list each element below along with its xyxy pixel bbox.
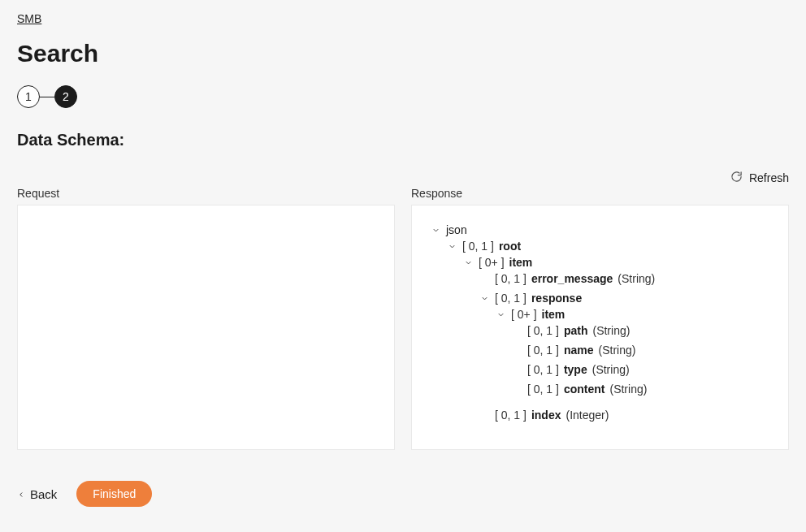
tree-node-name: path xyxy=(564,324,588,337)
step-1[interactable]: 1 xyxy=(17,85,40,108)
tree-node-cardinality: [ 0+ ] xyxy=(511,308,537,321)
tree-node-type: (String) xyxy=(592,324,630,337)
response-panel: Response json xyxy=(411,187,789,450)
chevron-left-icon xyxy=(17,487,25,501)
chevron-down-icon[interactable] xyxy=(462,257,474,268)
breadcrumb-link-smb[interactable]: SMB xyxy=(17,12,41,25)
tree-node-name: name xyxy=(564,344,594,357)
tree-node-cardinality: [ 0, 1 ] xyxy=(462,240,494,253)
tree-node-cardinality: [ 0, 1 ] xyxy=(495,409,526,422)
tree-node-cardinality: [ 0, 1 ] xyxy=(495,292,526,305)
refresh-icon xyxy=(730,171,743,185)
tree-node-type: (String) xyxy=(599,344,636,357)
tree-node-name: index xyxy=(531,409,561,422)
tree-node-type: (String) xyxy=(592,363,630,376)
tree-node-index[interactable]: [ 0, 1 ] index (Integer) xyxy=(479,409,780,422)
tree-node-name: item xyxy=(509,256,533,269)
tree-node-error-message[interactable]: [ 0, 1 ] error_message (String) xyxy=(479,272,780,285)
tree-node-cardinality: [ 0, 1 ] xyxy=(495,272,526,285)
refresh-label: Refresh xyxy=(749,171,789,184)
request-label: Request xyxy=(17,187,395,200)
breadcrumb: SMB xyxy=(17,12,789,25)
tree-node-content[interactable]: [ 0, 1 ] content (String) xyxy=(511,383,780,396)
tree-node-cardinality: [ 0, 1 ] xyxy=(527,383,559,396)
tree-node-item[interactable]: [ 0+ ] item xyxy=(462,256,780,269)
response-body[interactable]: json [ 0, 1 ] root xyxy=(411,205,789,450)
request-body[interactable] xyxy=(17,205,395,450)
response-label: Response xyxy=(411,187,789,200)
chevron-down-icon[interactable] xyxy=(495,309,506,320)
tree-node-type: (String) xyxy=(618,272,655,285)
chevron-down-icon[interactable] xyxy=(479,292,490,304)
step-2[interactable]: 2 xyxy=(54,85,77,108)
tree-node-name: content xyxy=(564,383,605,396)
tree-node-path[interactable]: [ 0, 1 ] path (String) xyxy=(511,324,780,337)
stepper: 1 2 xyxy=(17,85,789,108)
section-title: Data Schema: xyxy=(17,131,789,149)
chevron-down-icon[interactable] xyxy=(446,240,457,252)
back-label: Back xyxy=(30,487,57,501)
tree-node-cardinality: [ 0+ ] xyxy=(479,256,505,269)
tree-node-name: root xyxy=(499,240,521,253)
refresh-button[interactable]: Refresh xyxy=(17,171,789,185)
finished-button[interactable]: Finished xyxy=(76,481,152,507)
tree-node-item-2[interactable]: [ 0+ ] item xyxy=(495,308,780,321)
tree-node-json[interactable]: json xyxy=(430,223,780,236)
tree-node-name-field[interactable]: [ 0, 1 ] name (String) xyxy=(511,344,780,357)
tree-node-name: response xyxy=(531,292,582,305)
tree-node-root[interactable]: [ 0, 1 ] root xyxy=(446,240,780,253)
back-button[interactable]: Back xyxy=(17,487,57,501)
step-connector xyxy=(40,97,54,97)
tree-node-cardinality: [ 0, 1 ] xyxy=(527,344,559,357)
tree-node-type: (String) xyxy=(609,383,647,396)
tree-node-type-field[interactable]: [ 0, 1 ] type (String) xyxy=(511,363,780,376)
request-panel: Request xyxy=(17,187,395,450)
page-title: Search xyxy=(17,40,789,67)
tree-node-name: error_message xyxy=(531,272,613,285)
tree-node-response[interactable]: [ 0, 1 ] response xyxy=(479,292,780,305)
tree-node-cardinality: [ 0, 1 ] xyxy=(527,324,559,337)
tree-node-type: (Integer) xyxy=(566,409,609,422)
tree-node-label: json xyxy=(446,223,467,236)
tree-node-cardinality: [ 0, 1 ] xyxy=(527,363,559,376)
tree-node-name: item xyxy=(542,308,566,321)
chevron-down-icon[interactable] xyxy=(430,224,441,236)
tree-node-name: type xyxy=(564,363,587,376)
